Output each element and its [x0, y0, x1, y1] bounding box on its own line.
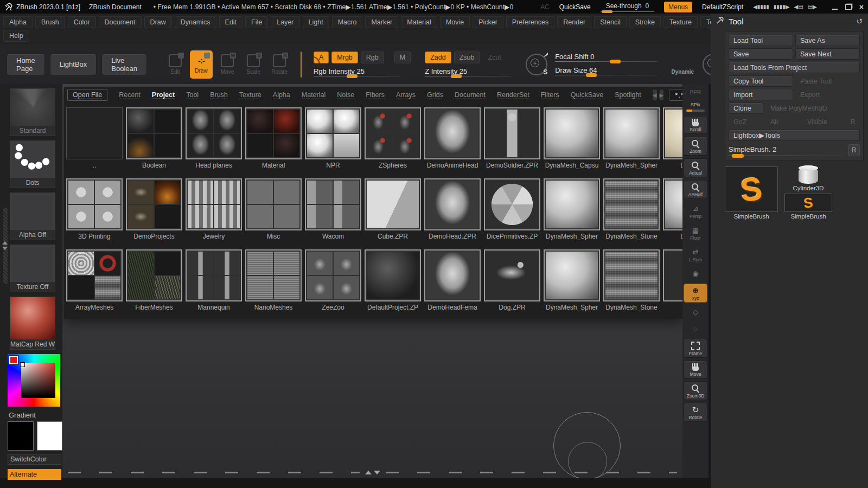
- lightbox-item[interactable]: DynaW: [663, 178, 682, 240]
- tool-panel-button[interactable]: Save: [729, 48, 793, 60]
- lightbox-item[interactable]: DemoSoldier.ZPR: [484, 107, 540, 169]
- lightbox-thumbnail[interactable]: [126, 178, 182, 230]
- slider-handle[interactable]: [347, 74, 358, 78]
- lightbox-thumbnail[interactable]: [126, 107, 182, 159]
- lightbox-thumbnail[interactable]: [305, 178, 361, 230]
- lightbox-item[interactable]: DynaMesh_Spher: [544, 249, 600, 311]
- prev-ui-layout-icon[interactable]: ◀▤: [794, 4, 803, 10]
- left-shelf-slot[interactable]: Standard: [10, 88, 55, 136]
- lightbox-item[interactable]: DemoHeadFema: [424, 249, 481, 311]
- minimize-button[interactable]: [832, 4, 838, 10]
- right-shelf-button[interactable]: AAHalf: [684, 180, 707, 199]
- lightbox-item[interactable]: DemoAnimeHead: [424, 107, 481, 169]
- mode-button[interactable]: M Move: [216, 50, 239, 79]
- lightbox-item[interactable]: Mannequin: [186, 249, 242, 311]
- lightbox-thumbnail[interactable]: [484, 178, 540, 230]
- lightbox-tab[interactable]: Alpha: [273, 91, 290, 99]
- canvas-scrollbar[interactable]: [68, 470, 677, 475]
- mode-button[interactable]: R Rotate: [268, 50, 291, 79]
- slider-handle[interactable]: [732, 154, 744, 158]
- sculpt-mode-chip[interactable]: Zadd: [425, 52, 451, 63]
- lightbox-thumbnail[interactable]: [66, 107, 123, 159]
- lightbox-thumbnail[interactable]: [126, 249, 182, 301]
- close-button[interactable]: ×: [859, 4, 864, 10]
- right-shelf-button[interactable]: Floor: [684, 223, 707, 242]
- lightbox-thumbnail[interactable]: [186, 178, 242, 230]
- tool-panel-button[interactable]: Lightbox▶Tools: [729, 130, 860, 141]
- right-shelf-button[interactable]: L.Sym: [684, 245, 707, 264]
- menu-item[interactable]: Alpha: [3, 16, 33, 28]
- lightbox-item[interactable]: DemoHead.ZPR: [424, 178, 481, 240]
- see-through-slider[interactable]: See-through 0: [601, 2, 654, 12]
- lightbox-tab[interactable]: Tool: [186, 91, 199, 99]
- lightbox-thumbnail[interactable]: [66, 178, 123, 230]
- tool-panel-button[interactable]: Visible: [802, 116, 844, 127]
- right-shelf-button[interactable]: Move: [684, 361, 707, 378]
- scroll-up-icon[interactable]: [365, 471, 372, 474]
- mode-button[interactable]: S Scale: [242, 50, 265, 79]
- menu-item[interactable]: Draw: [144, 16, 172, 28]
- lightbox-thumbnail[interactable]: [424, 107, 481, 159]
- lightbox-tab[interactable]: Arrays: [396, 91, 416, 99]
- lightbox-item[interactable]: Head planes: [186, 107, 242, 169]
- color-picker[interactable]: [8, 354, 60, 407]
- menu-item[interactable]: Movie: [440, 16, 470, 28]
- lightbox-thumbnail[interactable]: [424, 249, 481, 301]
- right-shelf-button[interactable]: Scroll: [684, 116, 707, 134]
- lightbox-item[interactable]: Jewelry: [186, 178, 242, 240]
- lightbox-tab[interactable]: Recent: [119, 91, 141, 99]
- rgb-intensity-slider[interactable]: Rgb Intensity 25: [314, 67, 400, 77]
- menu-item[interactable]: Color: [68, 16, 96, 28]
- lightbox-item[interactable]: FiberMeshes: [126, 249, 182, 311]
- scroll-up-icon[interactable]: [2, 241, 8, 245]
- lightbox-thumbnail[interactable]: [603, 249, 660, 301]
- menu-item[interactable]: Dynamics: [175, 16, 216, 28]
- current-tool-thumbnail[interactable]: S: [725, 166, 778, 212]
- slider-handle[interactable]: [451, 74, 462, 78]
- lightbox-item[interactable]: DynaMesh_Stone: [603, 178, 660, 240]
- tool-panel-button[interactable]: GoZ: [729, 116, 763, 127]
- menu-item[interactable]: Edit: [219, 16, 243, 28]
- lightbox-item[interactable]: DynaMesh_Spher: [544, 178, 600, 240]
- right-shelf-button[interactable]: [684, 322, 707, 336]
- focal-shift-slider[interactable]: Focal Shift 0: [555, 53, 658, 62]
- lightbox-thumbnail[interactable]: [603, 107, 660, 159]
- left-shelf-slot[interactable]: Texture Off: [10, 245, 55, 292]
- hue-selector[interactable]: [9, 356, 18, 364]
- menu-item[interactable]: Picker: [473, 16, 503, 28]
- right-shelf-button[interactable]: [684, 267, 707, 281]
- left-shelf-slot[interactable]: MatCap Red Wax: [10, 297, 55, 350]
- sv-selector[interactable]: [20, 362, 25, 367]
- lightbox-tab[interactable]: Project: [152, 91, 175, 99]
- tool-panel-button[interactable]: R: [846, 116, 860, 127]
- tool-r-button[interactable]: R: [848, 144, 860, 156]
- slider-handle[interactable]: [610, 60, 621, 63]
- lightbox-item[interactable]: Material: [245, 107, 302, 169]
- lightbox-tab[interactable]: Spotlight: [615, 91, 641, 99]
- lightbox-prev-button[interactable]: ◀: [653, 89, 657, 100]
- lightbox-item[interactable]: 3D Printing: [66, 178, 123, 240]
- lightbox-tab[interactable]: Texture: [239, 91, 261, 99]
- tool-panel-button[interactable]: Import: [729, 89, 793, 100]
- tool-panel-button[interactable]: All: [765, 116, 800, 127]
- lightbox-item[interactable]: DemoProjects: [126, 178, 182, 240]
- tool-item-thumbnail[interactable]: S: [784, 194, 832, 212]
- switch-color-button[interactable]: SwitchColor: [8, 454, 61, 465]
- sculpt-mode-chip[interactable]: Zsub: [454, 52, 480, 63]
- lightbox-thumbnail[interactable]: [663, 107, 682, 159]
- lightbox-thumbnail[interactable]: [66, 249, 123, 301]
- left-shelf-slot[interactable]: Dots: [10, 140, 55, 188]
- lightbox-thumbnail[interactable]: [186, 107, 242, 159]
- menu-item[interactable]: Stencil: [594, 16, 627, 28]
- menu-item[interactable]: Material: [401, 16, 437, 28]
- lightbox-search-input[interactable]: *.*: [669, 89, 682, 101]
- lightbox-thumbnail[interactable]: [245, 107, 302, 159]
- live-boolean-button[interactable]: Live Boolean: [101, 54, 147, 75]
- lightbox-next-button[interactable]: ▶: [660, 89, 664, 100]
- right-shelf-button[interactable]: Actual: [684, 158, 707, 177]
- menu-item[interactable]: Marker: [365, 16, 398, 28]
- lightbox-thumbnail[interactable]: [663, 249, 682, 301]
- lightbox-item[interactable]: DicePrimitives.ZP: [484, 178, 540, 240]
- lightbox-item[interactable]: DefaultProject.ZP: [365, 249, 421, 311]
- lightbox-item[interactable]: Cube.ZPR: [365, 178, 421, 240]
